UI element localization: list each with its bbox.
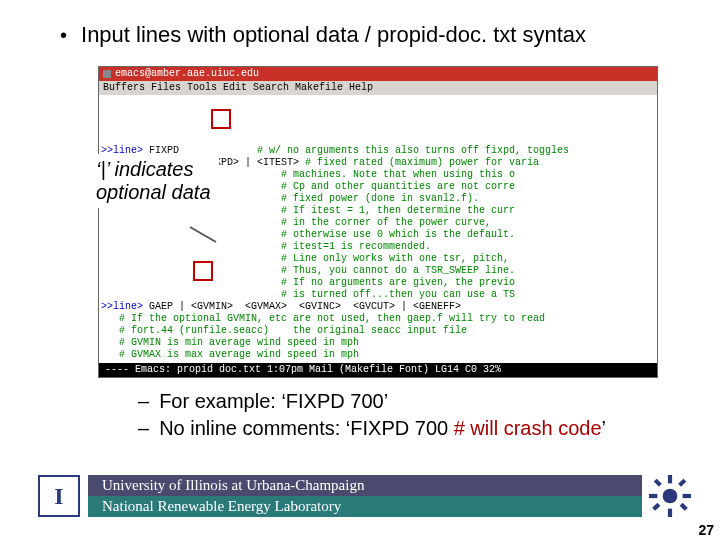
svg-rect-5	[680, 503, 688, 511]
heading-bullet: • Input lines with optional data / propi…	[60, 22, 684, 48]
terminal-line: # If the optional GVMIN, etc are not use…	[101, 313, 653, 325]
sub2-prefix: No inline comments: ‘FIXPD 700	[159, 417, 454, 439]
terminal-line: # itest=1 is recommended.	[101, 241, 653, 253]
svg-rect-6	[678, 479, 686, 487]
sub-bullet-1: – For example: ‘FIXPD 700’	[138, 390, 684, 413]
terminal-titlebar: emacs@amber.aae.uiuc.edu	[99, 67, 657, 81]
footer-bar-bottom: National Renewable Energy Laboratory	[88, 496, 642, 517]
terminal-statusbar: ---- Emacs: propid doc.txt 1:07pm Mail (…	[99, 363, 657, 377]
sub1-prefix: For example:	[159, 390, 281, 412]
annotation-callout: ‘|’ indicates optional data	[92, 154, 219, 208]
terminal-line: # otherwise use 0 which is the default.	[101, 229, 653, 241]
terminal-line: # GVMIN is min average wind speed in mph	[101, 337, 653, 349]
dash-glyph: –	[138, 390, 149, 413]
footer: I University of Illinois at Urbana-Champ…	[0, 474, 720, 518]
dash-glyph-2: –	[138, 417, 149, 440]
svg-point-8	[663, 489, 678, 504]
annotation-line2: optional data	[96, 181, 211, 204]
nrel-logo	[648, 474, 692, 518]
sub-bullet-list: – For example: ‘FIXPD 700’ – No inline c…	[138, 390, 684, 440]
terminal-line: # fort.44 (runfile.seacc) the original s…	[101, 325, 653, 337]
annotation-line1: ‘|’ indicates	[96, 158, 211, 181]
sub1-code: ‘FIXPD 700’	[281, 390, 388, 412]
sub-bullet-2: – No inline comments: ‘FIXPD 700 # will …	[138, 417, 684, 440]
heading-text: Input lines with optional data / propid-…	[81, 22, 586, 48]
sub2-crash: # will crash code	[454, 417, 602, 439]
svg-rect-4	[654, 479, 662, 487]
sub2-suffix: ’	[602, 417, 606, 439]
svg-rect-0	[668, 475, 672, 483]
terminal-line: # If no arguments are given, the previo	[101, 277, 653, 289]
footer-bar-top: University of Illinois at Urbana-Champai…	[88, 475, 642, 496]
illinois-logo: I	[38, 475, 80, 517]
page-number: 27	[698, 522, 714, 538]
sub-text-2: No inline comments: ‘FIXPD 700 # will cr…	[159, 417, 606, 440]
svg-rect-7	[652, 503, 660, 511]
terminal-container: emacs@amber.aae.uiuc.edu Buffers Files T…	[98, 66, 658, 378]
terminal-line: # GVMAX is max average wind speed in mph	[101, 349, 653, 361]
slide-body: • Input lines with optional data / propi…	[0, 0, 720, 440]
terminal-menubar: Buffers Files Tools Edit Search Makefile…	[99, 81, 657, 95]
terminal-line: >>line> GAEP | <GVMIN> <GVMAX> <GVINC> <…	[101, 301, 653, 313]
bullet-glyph: •	[60, 24, 67, 47]
terminal-line: # Line only works with one tsr, pitch,	[101, 253, 653, 265]
sub-text-1: For example: ‘FIXPD 700’	[159, 390, 388, 413]
terminal-line: # is turned off...then you can use a TS	[101, 289, 653, 301]
terminal-line: # Thus, you cannot do a TSR_SWEEP line.	[101, 265, 653, 277]
terminal-window: emacs@amber.aae.uiuc.edu Buffers Files T…	[98, 66, 658, 378]
terminal-body: >>line> FIXPD # w/ no arguments this als…	[99, 95, 657, 363]
terminal-line: # in the corner of the power curve,	[101, 217, 653, 229]
terminal-title: emacs@amber.aae.uiuc.edu	[115, 68, 259, 80]
highlight-box-1	[211, 109, 231, 129]
window-icon	[103, 70, 111, 78]
svg-rect-3	[683, 494, 691, 498]
gear-icon	[649, 475, 691, 517]
svg-rect-2	[649, 494, 657, 498]
svg-rect-1	[668, 509, 672, 517]
footer-bars: University of Illinois at Urbana-Champai…	[88, 475, 642, 517]
